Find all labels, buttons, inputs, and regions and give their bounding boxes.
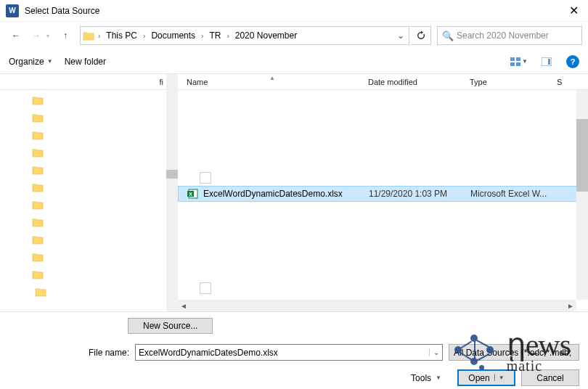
search-icon: 🔍 — [442, 30, 454, 41]
toolbar: Organize ▼ New folder ▼ ? — [0, 49, 588, 74]
up-button[interactable]: ↑ — [55, 26, 75, 45]
tree-folder-item[interactable] — [0, 248, 178, 266]
navigation-bar: ← → ▾ ↑ › This PC › Documents › TR › 202… — [0, 22, 588, 49]
column-headers: Name ▲ Date modified Type S — [178, 74, 588, 90]
scroll-left-arrow[interactable]: ◄ — [178, 302, 189, 310]
file-row[interactable]: X ExcelWordDynamicDatesDemo.xlsx 11/29/2… — [178, 186, 588, 202]
search-placeholder: Search 2020 November — [457, 30, 549, 41]
excel-file-icon: X — [187, 188, 199, 200]
scrollbar-thumb[interactable] — [576, 119, 588, 192]
bottom-panel: New Source... File name: ExcelWordDynami… — [0, 311, 588, 389]
folder-tree-pane: fi — [0, 74, 178, 311]
chevron-right-icon: › — [95, 32, 103, 40]
file-row-placeholder — [178, 170, 588, 186]
svg-rect-2 — [510, 62, 515, 66]
scroll-right-arrow[interactable]: ► — [565, 302, 576, 310]
chevron-down-icon: ▼ — [47, 58, 53, 65]
file-placeholder-icon — [200, 282, 211, 294]
chevron-right-icon: › — [224, 32, 232, 40]
chevron-down-icon: ▼ — [522, 58, 528, 65]
title-bar: W Select Data Source ✕ — [0, 0, 588, 22]
file-date: 11/29/2020 1:03 PM — [369, 189, 470, 199]
breadcrumb-item[interactable]: This PC — [103, 29, 140, 42]
svg-rect-5 — [548, 59, 550, 65]
file-type: Microsoft Excel W... — [470, 189, 547, 199]
folder-icon — [32, 200, 44, 210]
chevron-down-icon: ▼ — [436, 374, 441, 381]
folder-icon — [32, 218, 44, 227]
address-dropdown[interactable]: ⌄ — [394, 30, 407, 41]
word-app-icon: W — [6, 4, 19, 17]
filename-value: ExcelWordDynamicDatesDemo.xlsx — [136, 348, 429, 358]
new-folder-button[interactable]: New folder — [65, 57, 106, 67]
chevron-right-icon: › — [198, 32, 206, 40]
svg-text:X: X — [189, 192, 192, 197]
back-button[interactable]: ← — [6, 26, 26, 45]
cancel-button[interactable]: Cancel — [521, 369, 579, 386]
tree-folder-item[interactable] — [0, 266, 178, 283]
breadcrumb-item[interactable]: Documents — [148, 29, 198, 42]
help-button[interactable]: ? — [566, 55, 579, 68]
folder-icon — [32, 96, 44, 105]
folder-icon — [32, 270, 44, 279]
sort-indicator-icon: ▲ — [265, 75, 279, 81]
filetype-select[interactable]: All Data Sources (*.odc;*.mdb; — [449, 344, 579, 361]
tree-folder-item[interactable] — [0, 213, 178, 231]
close-button[interactable]: ✕ — [559, 0, 588, 22]
folder-icon — [35, 287, 46, 297]
tree-header: fi — [0, 74, 178, 90]
tree-folder-item[interactable] — [0, 109, 178, 126]
file-list-pane: Name ▲ Date modified Type S X ExcelWordD… — [178, 74, 588, 311]
new-source-button[interactable]: New Source... — [128, 318, 213, 334]
main-area: fi Name ▲ Date modified Type S — [0, 74, 588, 311]
folder-icon — [32, 235, 44, 245]
folder-icon — [32, 131, 44, 140]
tools-menu[interactable]: Tools ▼ — [411, 373, 441, 383]
file-list: X ExcelWordDynamicDatesDemo.xlsx 11/29/2… — [178, 90, 588, 311]
file-placeholder-icon — [200, 172, 211, 184]
tree-folder-item[interactable] — [0, 231, 178, 248]
filename-dropdown[interactable]: ⌄ — [429, 348, 442, 356]
folder-icon — [32, 113, 44, 123]
breadcrumb-item[interactable]: TR — [206, 29, 224, 42]
forward-button[interactable]: → — [26, 26, 46, 45]
scrollbar-thumb[interactable] — [166, 170, 178, 179]
file-name: ExcelWordDynamicDatesDemo.xlsx — [203, 189, 369, 199]
tree-folder-item[interactable] — [0, 144, 178, 161]
tree-folder-item[interactable] — [0, 179, 178, 196]
column-header-size[interactable]: S — [557, 78, 571, 86]
file-scrollbar-vertical[interactable] — [576, 90, 588, 300]
folder-icon — [32, 165, 44, 175]
folder-icon — [32, 148, 44, 157]
file-row-placeholder — [178, 280, 588, 296]
history-dropdown[interactable]: ▾ — [46, 33, 55, 39]
split-button-dropdown-icon: ▏▼ — [494, 374, 505, 381]
svg-rect-1 — [516, 57, 520, 61]
filename-label: File name: — [9, 348, 129, 358]
window-title: Select Data Source — [25, 6, 99, 16]
search-input[interactable]: 🔍 Search 2020 November — [437, 26, 582, 45]
chevron-right-icon: › — [140, 32, 148, 40]
organize-menu[interactable]: Organize ▼ — [9, 57, 53, 67]
tree-folder-item[interactable] — [0, 161, 178, 179]
address-folder-icon — [82, 29, 95, 42]
column-header-date[interactable]: Date modified — [368, 78, 470, 86]
filename-input[interactable]: ExcelWordDynamicDatesDemo.xlsx ⌄ — [135, 344, 443, 361]
view-mode-button[interactable]: ▼ — [507, 54, 531, 70]
file-scrollbar-horizontal[interactable]: ◄ ► — [178, 300, 576, 311]
tree-folder-item[interactable] — [0, 283, 178, 300]
refresh-button[interactable] — [411, 26, 431, 45]
preview-pane-button[interactable] — [534, 54, 559, 70]
tree-folder-item[interactable] — [0, 91, 178, 109]
breadcrumb-item[interactable]: 2020 November — [232, 29, 300, 42]
breadcrumb: › This PC › Documents › TR › 2020 Novemb… — [95, 29, 300, 42]
folder-icon — [32, 183, 44, 192]
folder-icon — [32, 253, 44, 262]
tree-folder-item[interactable] — [0, 196, 178, 213]
address-bar[interactable]: › This PC › Documents › TR › 2020 Novemb… — [80, 26, 409, 45]
column-header-type[interactable]: Type — [470, 78, 557, 86]
tree-scrollbar-vertical[interactable] — [166, 74, 178, 311]
svg-rect-3 — [516, 62, 520, 66]
open-button[interactable]: Open ▏▼ — [457, 369, 515, 386]
tree-folder-item[interactable] — [0, 126, 178, 144]
